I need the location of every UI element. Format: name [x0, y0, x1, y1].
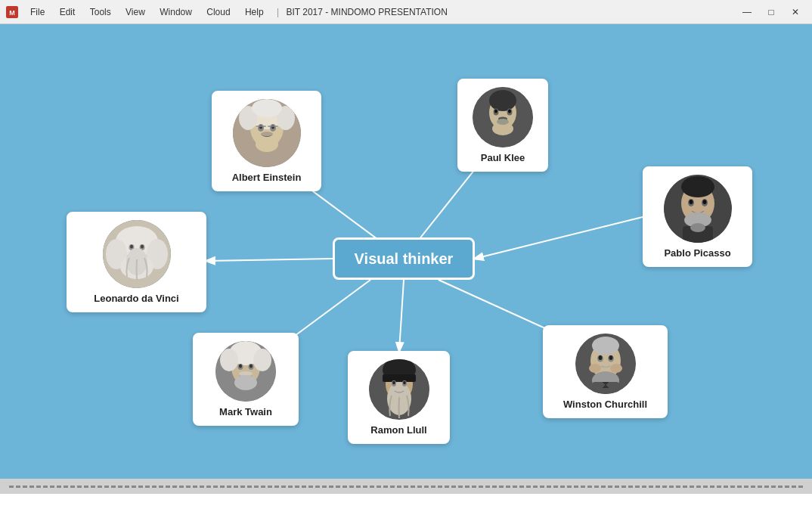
svg-line-5: [206, 259, 333, 261]
svg-point-35: [681, 176, 714, 197]
person-node-winston[interactable]: Winston Churchill: [543, 325, 668, 418]
app-title: BIT 2017 - MINDOMO PRESENTATION: [286, 7, 447, 17]
avatar-leonardo: [103, 220, 171, 288]
person-node-leonardo[interactable]: Leonardo da Vinci: [67, 212, 206, 312]
view-menu[interactable]: View: [119, 5, 151, 19]
edit-menu[interactable]: Edit: [54, 5, 82, 19]
svg-line-7: [399, 280, 404, 351]
window-menu[interactable]: Window: [153, 5, 198, 19]
menu-bar-menu: File Edit Tools View Window Cloud Help |…: [21, 7, 451, 17]
svg-point-58: [253, 349, 271, 371]
maximize-button[interactable]: □: [761, 5, 782, 20]
svg-point-76: [592, 337, 619, 355]
person-name-einstein: Albert Einstein: [232, 172, 302, 183]
svg-point-39: [702, 200, 706, 204]
separator: |: [272, 7, 284, 17]
title-bar: M File Edit Tools View Window Cloud Help…: [0, 0, 812, 24]
help-menu[interactable]: Help: [239, 5, 270, 19]
person-name-ramon: Ramon Llull: [370, 424, 426, 436]
svg-point-77: [589, 364, 601, 373]
minimize-button[interactable]: —: [736, 5, 758, 20]
svg-rect-68: [383, 374, 416, 382]
person-node-picasso[interactable]: Pablo Picasso: [643, 166, 752, 267]
svg-point-42: [690, 223, 705, 232]
person-node-ramon[interactable]: Ramon Llull: [348, 351, 450, 444]
central-node-label: Visual thinker: [355, 250, 454, 268]
bottom-scrollbar[interactable]: [0, 479, 812, 494]
svg-point-25: [489, 90, 516, 111]
tools-menu[interactable]: Tools: [84, 5, 117, 19]
svg-point-73: [403, 381, 406, 384]
svg-point-21: [261, 132, 273, 136]
svg-point-61: [239, 365, 242, 368]
svg-point-78: [610, 364, 622, 373]
svg-point-52: [141, 245, 144, 249]
avatar-picasso: [664, 175, 732, 243]
svg-point-29: [508, 110, 511, 113]
person-name-paulklee: Paul Klee: [481, 152, 525, 163]
svg-point-57: [220, 349, 238, 371]
title-bar-controls: — □ ✕: [736, 5, 806, 20]
app-icon: M: [6, 6, 18, 18]
svg-text:M: M: [9, 9, 15, 17]
svg-point-22: [256, 137, 278, 152]
close-button[interactable]: ✕: [785, 5, 806, 20]
svg-line-4: [475, 213, 658, 259]
person-name-marktwain: Mark Twain: [219, 406, 272, 417]
scroll-track: [9, 486, 803, 488]
svg-point-81: [598, 355, 602, 360]
svg-point-14: [252, 99, 282, 117]
avatar-ramon: [369, 359, 429, 420]
person-name-picasso: Pablo Picasso: [664, 247, 730, 259]
person-node-einstein[interactable]: Albert Einstein: [212, 91, 321, 191]
avatar-einstein: [233, 99, 301, 167]
svg-point-72: [392, 381, 395, 384]
person-node-marktwain[interactable]: Mark Twain: [193, 333, 299, 426]
svg-point-32: [497, 119, 509, 125]
avatar-marktwain: [215, 341, 276, 402]
cloud-menu[interactable]: Cloud: [200, 5, 236, 19]
svg-point-51: [130, 245, 133, 249]
svg-point-64: [234, 375, 257, 390]
title-bar-left: M File Edit Tools View Window Cloud Help…: [6, 6, 451, 18]
svg-point-82: [609, 355, 612, 360]
person-name-leonardo: Leonardo da Vinci: [94, 293, 178, 304]
svg-point-28: [494, 110, 497, 113]
svg-point-62: [249, 365, 253, 368]
avatar-winston: [575, 334, 636, 394]
mind-map-canvas: Visual thinker: [0, 24, 812, 479]
avatar-paulklee: [473, 87, 533, 147]
svg-rect-19: [256, 126, 266, 127]
svg-point-38: [689, 200, 693, 204]
central-node[interactable]: Visual thinker: [333, 237, 475, 280]
person-node-paulklee[interactable]: Paul Klee: [457, 79, 548, 172]
svg-rect-20: [268, 126, 278, 127]
person-name-winston: Winston Churchill: [563, 399, 647, 410]
file-menu[interactable]: File: [24, 5, 51, 19]
